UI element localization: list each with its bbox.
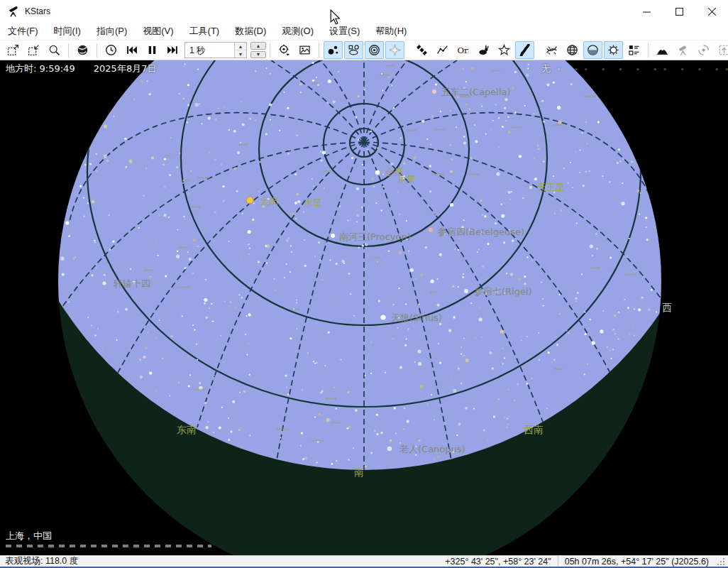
toolbar-separator [319,43,319,58]
pointing-button[interactable] [275,41,294,59]
toolbar-separator [68,43,69,58]
object-label[interactable]: 老人(Canopus) [399,444,465,454]
constellation-lines-icon [436,44,448,56]
toggle-satellites-button[interactable] [412,41,431,59]
menu-item-0[interactable]: 文件(F) [0,23,46,40]
time-step-up-button[interactable]: ▲ [235,43,246,50]
time-info-box[interactable]: 地方时: 9:59:49 2025年8月7日 [6,62,156,75]
set-time-button[interactable] [101,41,121,59]
object-dot[interactable] [102,281,106,285]
time-forward-button[interactable] [163,41,182,59]
svg-text:Ori: Ori [458,45,469,55]
menu-bar: 文件(F)时间(I)指向(P)视图(V)工具(T)数据(D)观测(O)设置(S)… [0,23,728,40]
target-icon [278,44,290,56]
toggle-equatorial-grid-button[interactable] [542,41,561,59]
image-icon [299,44,311,56]
minimize-button[interactable] [630,0,663,23]
object-dot[interactable] [380,315,385,320]
menu-item-8[interactable]: 帮助(H) [368,23,414,40]
constellation-art-icon [478,44,490,56]
equatorial-grid-icon [546,44,558,56]
unit-down-button[interactable]: ▼ [250,51,266,59]
status-bar: 表观视场: 118.0 度 +325° 43' 25", +58° 23' 24… [0,555,728,567]
toggle-milky-way-button[interactable] [515,41,534,59]
toggle-constellation-boundaries-button[interactable] [495,41,514,59]
local-time-label: 地方时: [6,63,36,74]
object-label[interactable]: 南河三(Procyon) [339,231,411,242]
zoom-in-icon [7,44,19,56]
geographic-location-button[interactable] [73,41,92,59]
date-value: 2025年8月7日 [94,63,157,74]
dome-icon [656,44,668,56]
equatorial-coords-status: 05h 07m 26s, +54° 17' 25" (J2025.6) [558,557,715,567]
toggle-constellation-lines-button[interactable] [433,41,452,59]
maximize-button[interactable] [663,0,695,23]
time-rewind-button[interactable] [122,41,141,59]
clock-icon [105,44,117,56]
constellation-boundaries-icon [498,44,510,56]
sky-lists-button[interactable] [624,41,644,59]
toggle-horizontal-grid-button[interactable] [563,41,582,59]
time-step-unit-stepper: ▲▼ [250,41,266,59]
toggle-flags-button[interactable] [604,41,623,59]
location-extra-clipped [6,545,211,547]
toggle-horizon-button[interactable] [583,41,602,59]
forward-icon [167,44,179,56]
object-dot[interactable] [375,170,380,175]
zoom-out-button[interactable] [24,41,43,59]
toggle-deep-sky-button[interactable] [344,41,363,59]
object-dot[interactable] [387,447,392,451]
toggle-supernovae-button[interactable] [385,41,404,59]
object-label[interactable]: 轩辕十四 [113,278,150,289]
menu-item-6[interactable]: 观测(O) [274,23,321,40]
time-pause-button[interactable] [143,41,162,59]
object-dot[interactable] [294,202,297,204]
horizontal-grid-icon [566,44,578,56]
object-dot[interactable] [246,197,253,204]
object-label[interactable]: 参宿七(Rigel) [474,286,532,297]
object-label[interactable]: 天王星 [537,182,565,192]
rewind-icon [126,44,138,56]
menu-item-7[interactable]: 设置(S) [321,23,368,40]
compass-label: 西 [662,302,672,313]
object-label[interactable]: 天狼(Sirius) [391,312,442,323]
toggle-constellation-art-button[interactable] [474,41,493,59]
time-step-input[interactable]: 1 秒▲▼ [184,42,247,58]
object-dot[interactable] [331,234,335,238]
object-label[interactable]: 木星 [397,174,416,185]
close-button[interactable] [695,0,728,23]
sky-map[interactable]: 五车二(Capella)金星木星天王星太阳水星南河三(Procyon)参宿四(B… [0,60,728,555]
focus-info-box[interactable]: 无∙ ∙∙ ∙ ∙ ∙ ∙∙ ∙ ∙ ∙∙ [541,62,728,75]
object-label[interactable]: 水星 [304,197,322,208]
indi-telescope-button [673,41,693,59]
sky-image-button[interactable] [295,41,314,59]
menu-item-4[interactable]: 工具(T) [182,23,228,40]
location-value: 上海，中国 [6,530,52,541]
globe-icon [77,44,89,56]
toggle-stars-button[interactable] [324,41,343,59]
object-dot[interactable] [432,89,436,94]
resize-grip[interactable] [717,557,725,566]
menu-item-2[interactable]: 指向(P) [89,23,135,40]
focus-info-faded: ∙ ∙∙ ∙ ∙ ∙ ∙∙ ∙ ∙ ∙∙ [556,65,728,74]
satellite-icon [416,44,428,56]
find-object-button[interactable] [45,41,64,59]
time-step-down-button[interactable]: ▼ [235,50,246,58]
title-bar: KStars [0,0,728,23]
object-label[interactable]: 太阳 [260,196,278,207]
menu-item-5[interactable]: 数据(D) [227,23,274,40]
toggle-solar-system-button[interactable] [365,41,384,59]
toggle-constellation-names-button[interactable]: Ori [453,41,473,59]
ekos-button[interactable] [653,41,672,59]
location-info-box[interactable]: 上海，中国 [6,530,52,542]
menu-item-3[interactable]: 视图(V) [135,23,181,40]
object-dot[interactable] [429,228,433,232]
unit-up-button[interactable]: ▲ [250,42,266,50]
zoom-in-button[interactable] [4,41,23,59]
object-label[interactable]: 参宿四(Betelgeuse) [438,226,524,237]
menu-item-1[interactable]: 时间(I) [46,23,89,40]
object-dot[interactable] [529,186,532,189]
object-dot[interactable] [464,289,468,293]
toolbar-separator [648,43,649,58]
object-label[interactable]: 五车二(Capella) [441,87,511,97]
